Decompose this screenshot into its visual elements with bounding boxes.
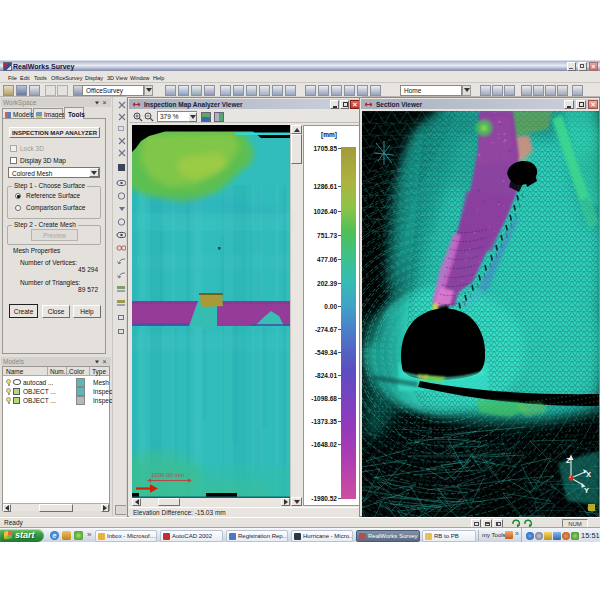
svg-text:Z: Z — [566, 456, 571, 465]
svg-text:1000.00 mm: 1000.00 mm — [151, 472, 184, 478]
svg-text:Y: Y — [584, 486, 589, 495]
svg-text:X: X — [586, 470, 591, 479]
